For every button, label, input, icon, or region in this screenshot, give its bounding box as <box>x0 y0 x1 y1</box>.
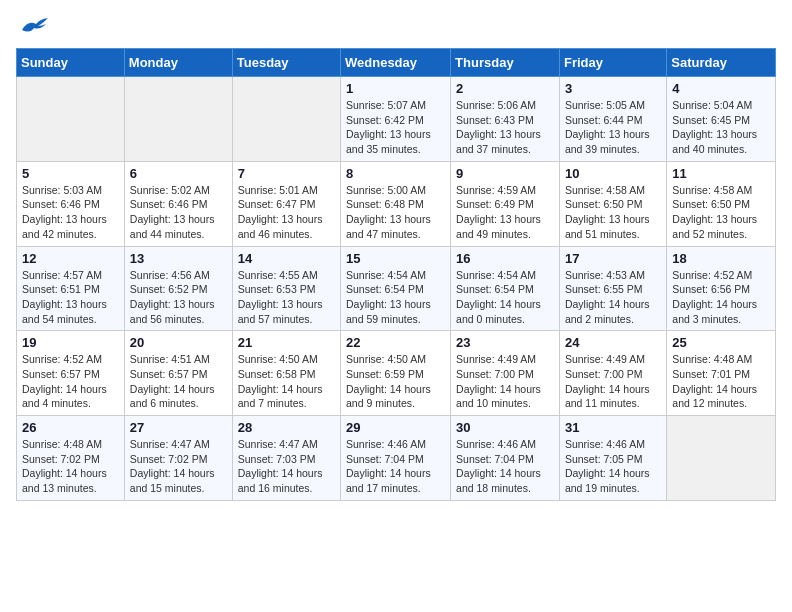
calendar-cell: 15Sunrise: 4:54 AM Sunset: 6:54 PM Dayli… <box>341 246 451 331</box>
day-info: Sunrise: 4:54 AM Sunset: 6:54 PM Dayligh… <box>346 268 445 327</box>
calendar-week-3: 12Sunrise: 4:57 AM Sunset: 6:51 PM Dayli… <box>17 246 776 331</box>
day-number: 4 <box>672 81 770 96</box>
day-info: Sunrise: 4:49 AM Sunset: 7:00 PM Dayligh… <box>456 352 554 411</box>
calendar-week-2: 5Sunrise: 5:03 AM Sunset: 6:46 PM Daylig… <box>17 161 776 246</box>
logo <box>16 16 50 36</box>
day-number: 17 <box>565 251 661 266</box>
day-number: 30 <box>456 420 554 435</box>
calendar-cell <box>667 416 776 501</box>
day-number: 5 <box>22 166 119 181</box>
calendar-cell: 24Sunrise: 4:49 AM Sunset: 7:00 PM Dayli… <box>559 331 666 416</box>
calendar-cell: 1Sunrise: 5:07 AM Sunset: 6:42 PM Daylig… <box>341 77 451 162</box>
weekday-header-monday: Monday <box>124 49 232 77</box>
calendar-cell: 27Sunrise: 4:47 AM Sunset: 7:02 PM Dayli… <box>124 416 232 501</box>
day-info: Sunrise: 4:47 AM Sunset: 7:03 PM Dayligh… <box>238 437 335 496</box>
calendar-cell: 25Sunrise: 4:48 AM Sunset: 7:01 PM Dayli… <box>667 331 776 416</box>
calendar-cell: 6Sunrise: 5:02 AM Sunset: 6:46 PM Daylig… <box>124 161 232 246</box>
day-number: 13 <box>130 251 227 266</box>
day-number: 21 <box>238 335 335 350</box>
calendar-cell: 12Sunrise: 4:57 AM Sunset: 6:51 PM Dayli… <box>17 246 125 331</box>
day-info: Sunrise: 5:06 AM Sunset: 6:43 PM Dayligh… <box>456 98 554 157</box>
weekday-header-sunday: Sunday <box>17 49 125 77</box>
day-info: Sunrise: 4:50 AM Sunset: 6:58 PM Dayligh… <box>238 352 335 411</box>
day-info: Sunrise: 4:46 AM Sunset: 7:04 PM Dayligh… <box>456 437 554 496</box>
day-info: Sunrise: 5:00 AM Sunset: 6:48 PM Dayligh… <box>346 183 445 242</box>
calendar-cell: 29Sunrise: 4:46 AM Sunset: 7:04 PM Dayli… <box>341 416 451 501</box>
day-number: 11 <box>672 166 770 181</box>
day-info: Sunrise: 5:02 AM Sunset: 6:46 PM Dayligh… <box>130 183 227 242</box>
day-number: 10 <box>565 166 661 181</box>
calendar-week-5: 26Sunrise: 4:48 AM Sunset: 7:02 PM Dayli… <box>17 416 776 501</box>
day-number: 29 <box>346 420 445 435</box>
day-info: Sunrise: 4:46 AM Sunset: 7:04 PM Dayligh… <box>346 437 445 496</box>
calendar-cell: 7Sunrise: 5:01 AM Sunset: 6:47 PM Daylig… <box>232 161 340 246</box>
day-number: 12 <box>22 251 119 266</box>
calendar-cell: 8Sunrise: 5:00 AM Sunset: 6:48 PM Daylig… <box>341 161 451 246</box>
calendar-cell: 21Sunrise: 4:50 AM Sunset: 6:58 PM Dayli… <box>232 331 340 416</box>
day-info: Sunrise: 4:55 AM Sunset: 6:53 PM Dayligh… <box>238 268 335 327</box>
calendar-cell: 19Sunrise: 4:52 AM Sunset: 6:57 PM Dayli… <box>17 331 125 416</box>
calendar-cell: 28Sunrise: 4:47 AM Sunset: 7:03 PM Dayli… <box>232 416 340 501</box>
day-info: Sunrise: 4:52 AM Sunset: 6:57 PM Dayligh… <box>22 352 119 411</box>
day-info: Sunrise: 5:05 AM Sunset: 6:44 PM Dayligh… <box>565 98 661 157</box>
weekday-header-thursday: Thursday <box>451 49 560 77</box>
day-info: Sunrise: 4:54 AM Sunset: 6:54 PM Dayligh… <box>456 268 554 327</box>
day-number: 27 <box>130 420 227 435</box>
day-info: Sunrise: 4:58 AM Sunset: 6:50 PM Dayligh… <box>672 183 770 242</box>
calendar-cell: 31Sunrise: 4:46 AM Sunset: 7:05 PM Dayli… <box>559 416 666 501</box>
day-number: 2 <box>456 81 554 96</box>
page-header <box>16 16 776 36</box>
day-info: Sunrise: 4:47 AM Sunset: 7:02 PM Dayligh… <box>130 437 227 496</box>
weekday-header-row: SundayMondayTuesdayWednesdayThursdayFrid… <box>17 49 776 77</box>
calendar-cell: 13Sunrise: 4:56 AM Sunset: 6:52 PM Dayli… <box>124 246 232 331</box>
day-number: 22 <box>346 335 445 350</box>
calendar-cell <box>17 77 125 162</box>
day-number: 3 <box>565 81 661 96</box>
calendar-cell: 9Sunrise: 4:59 AM Sunset: 6:49 PM Daylig… <box>451 161 560 246</box>
day-info: Sunrise: 4:51 AM Sunset: 6:57 PM Dayligh… <box>130 352 227 411</box>
day-number: 23 <box>456 335 554 350</box>
day-number: 19 <box>22 335 119 350</box>
calendar-cell: 20Sunrise: 4:51 AM Sunset: 6:57 PM Dayli… <box>124 331 232 416</box>
calendar-cell: 26Sunrise: 4:48 AM Sunset: 7:02 PM Dayli… <box>17 416 125 501</box>
calendar-week-1: 1Sunrise: 5:07 AM Sunset: 6:42 PM Daylig… <box>17 77 776 162</box>
weekday-header-wednesday: Wednesday <box>341 49 451 77</box>
day-info: Sunrise: 4:53 AM Sunset: 6:55 PM Dayligh… <box>565 268 661 327</box>
day-info: Sunrise: 4:59 AM Sunset: 6:49 PM Dayligh… <box>456 183 554 242</box>
day-info: Sunrise: 4:57 AM Sunset: 6:51 PM Dayligh… <box>22 268 119 327</box>
day-info: Sunrise: 4:48 AM Sunset: 7:02 PM Dayligh… <box>22 437 119 496</box>
calendar-cell <box>124 77 232 162</box>
day-info: Sunrise: 5:04 AM Sunset: 6:45 PM Dayligh… <box>672 98 770 157</box>
calendar-cell: 16Sunrise: 4:54 AM Sunset: 6:54 PM Dayli… <box>451 246 560 331</box>
calendar-cell: 2Sunrise: 5:06 AM Sunset: 6:43 PM Daylig… <box>451 77 560 162</box>
day-number: 14 <box>238 251 335 266</box>
calendar-cell: 5Sunrise: 5:03 AM Sunset: 6:46 PM Daylig… <box>17 161 125 246</box>
day-number: 1 <box>346 81 445 96</box>
weekday-header-friday: Friday <box>559 49 666 77</box>
calendar-cell: 18Sunrise: 4:52 AM Sunset: 6:56 PM Dayli… <box>667 246 776 331</box>
calendar-cell: 17Sunrise: 4:53 AM Sunset: 6:55 PM Dayli… <box>559 246 666 331</box>
calendar-cell: 4Sunrise: 5:04 AM Sunset: 6:45 PM Daylig… <box>667 77 776 162</box>
calendar-cell: 10Sunrise: 4:58 AM Sunset: 6:50 PM Dayli… <box>559 161 666 246</box>
day-number: 8 <box>346 166 445 181</box>
calendar-cell: 30Sunrise: 4:46 AM Sunset: 7:04 PM Dayli… <box>451 416 560 501</box>
day-number: 18 <box>672 251 770 266</box>
calendar-table: SundayMondayTuesdayWednesdayThursdayFrid… <box>16 48 776 501</box>
day-number: 26 <box>22 420 119 435</box>
day-number: 9 <box>456 166 554 181</box>
day-number: 28 <box>238 420 335 435</box>
logo-bird-icon <box>20 16 48 36</box>
weekday-header-saturday: Saturday <box>667 49 776 77</box>
day-number: 16 <box>456 251 554 266</box>
day-number: 31 <box>565 420 661 435</box>
calendar-cell: 3Sunrise: 5:05 AM Sunset: 6:44 PM Daylig… <box>559 77 666 162</box>
day-info: Sunrise: 4:52 AM Sunset: 6:56 PM Dayligh… <box>672 268 770 327</box>
calendar-week-4: 19Sunrise: 4:52 AM Sunset: 6:57 PM Dayli… <box>17 331 776 416</box>
day-info: Sunrise: 4:50 AM Sunset: 6:59 PM Dayligh… <box>346 352 445 411</box>
day-info: Sunrise: 4:49 AM Sunset: 7:00 PM Dayligh… <box>565 352 661 411</box>
calendar-cell: 23Sunrise: 4:49 AM Sunset: 7:00 PM Dayli… <box>451 331 560 416</box>
day-info: Sunrise: 4:58 AM Sunset: 6:50 PM Dayligh… <box>565 183 661 242</box>
day-info: Sunrise: 5:03 AM Sunset: 6:46 PM Dayligh… <box>22 183 119 242</box>
day-number: 15 <box>346 251 445 266</box>
calendar-cell: 22Sunrise: 4:50 AM Sunset: 6:59 PM Dayli… <box>341 331 451 416</box>
